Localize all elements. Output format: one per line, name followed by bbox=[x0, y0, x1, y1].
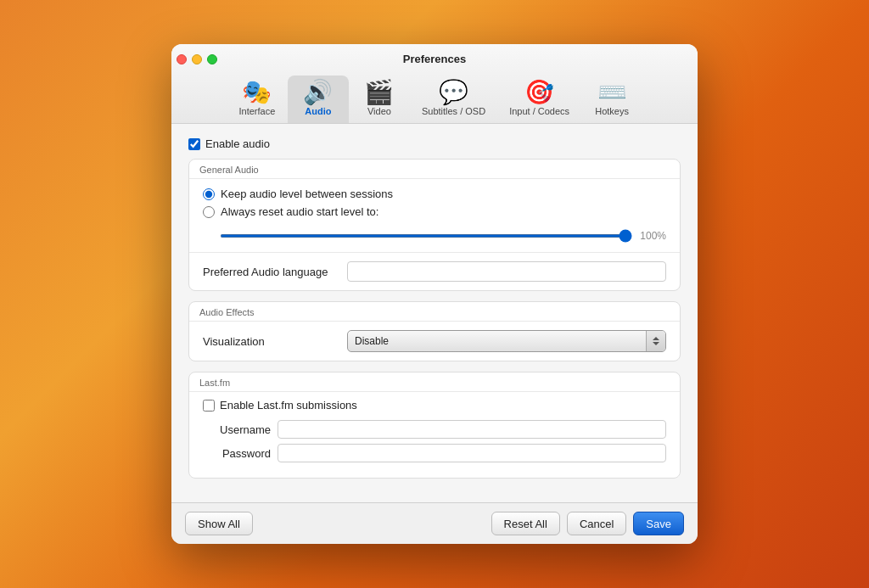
tab-input-label: Input / Codecs bbox=[509, 106, 569, 116]
tab-interface-label: Interface bbox=[239, 106, 276, 116]
keep-audio-label: Keep audio level between sessions bbox=[221, 188, 393, 200]
lastfm-enable-checkbox[interactable] bbox=[203, 400, 215, 412]
always-reset-label: Always reset audio start level to: bbox=[221, 205, 378, 218]
visualization-value: Disable bbox=[348, 335, 646, 347]
language-input[interactable] bbox=[347, 261, 666, 282]
password-input[interactable] bbox=[278, 444, 666, 462]
cancel-button[interactable]: Cancel bbox=[567, 512, 626, 535]
password-row: Password bbox=[203, 444, 666, 462]
video-icon: 🎬 bbox=[364, 81, 394, 104]
maximize-button[interactable] bbox=[207, 54, 217, 64]
lastfm-panel: Last.fm Enable Last.fm submissions Usern… bbox=[188, 372, 681, 479]
lastfm-enable-label: Enable Last.fm submissions bbox=[220, 399, 357, 412]
audio-level-slider[interactable] bbox=[220, 234, 632, 238]
slider-value: 100% bbox=[639, 230, 666, 242]
password-label: Password bbox=[203, 447, 271, 460]
titlebar: Preferences 🎭 Interface 🔊 Audio 🎬 Video … bbox=[171, 44, 698, 124]
main-content: Enable audio General Audio Keep audio le… bbox=[171, 124, 698, 502]
username-row: Username bbox=[203, 420, 666, 439]
arrow-down-icon bbox=[653, 342, 659, 345]
language-row: Preferred Audio language bbox=[189, 253, 680, 290]
visualization-label: Visualization bbox=[203, 335, 339, 348]
lastfm-header: Last.fm bbox=[189, 372, 680, 391]
visualization-select[interactable]: Disable bbox=[347, 330, 666, 352]
minimize-button[interactable] bbox=[192, 54, 202, 64]
general-audio-panel: General Audio Keep audio level between s… bbox=[188, 159, 681, 291]
preferences-window: Preferences 🎭 Interface 🔊 Audio 🎬 Video … bbox=[171, 44, 698, 544]
enable-audio-checkbox[interactable] bbox=[188, 138, 200, 150]
window-title: Preferences bbox=[182, 53, 687, 65]
tab-subtitles-label: Subtitles / OSD bbox=[422, 106, 485, 116]
audio-slider-row: 100% bbox=[189, 227, 680, 252]
audio-radio-group: Keep audio level between sessions Always… bbox=[189, 179, 680, 227]
lastfm-enable-row: Enable Last.fm submissions bbox=[203, 399, 666, 412]
close-button[interactable] bbox=[177, 54, 187, 64]
tab-audio[interactable]: 🔊 Audio bbox=[288, 76, 349, 123]
hotkeys-icon: ⌨️ bbox=[597, 81, 627, 104]
tab-hotkeys-label: Hotkeys bbox=[595, 106, 629, 116]
tab-video-label: Video bbox=[367, 106, 391, 116]
select-arrows-btn[interactable] bbox=[647, 331, 665, 351]
tab-input[interactable]: 🎯 Input / Codecs bbox=[497, 76, 581, 123]
reset-all-button[interactable]: Reset All bbox=[491, 512, 560, 535]
input-icon: 🎯 bbox=[524, 81, 554, 104]
tab-interface[interactable]: 🎭 Interface bbox=[227, 76, 288, 123]
enable-audio-label: Enable audio bbox=[205, 137, 270, 150]
right-buttons: Reset All Cancel Save bbox=[491, 512, 684, 535]
bottom-bar: Show All Reset All Cancel Save bbox=[171, 502, 698, 544]
language-label: Preferred Audio language bbox=[203, 266, 339, 278]
always-reset-radio[interactable] bbox=[203, 206, 215, 218]
visualization-row: Visualization Disable bbox=[189, 322, 680, 361]
always-reset-row: Always reset audio start level to: bbox=[203, 205, 666, 218]
keep-audio-row: Keep audio level between sessions bbox=[203, 188, 666, 200]
keep-audio-radio[interactable] bbox=[203, 188, 215, 200]
toolbar: 🎭 Interface 🔊 Audio 🎬 Video 💬 Subtitles … bbox=[227, 72, 642, 123]
username-label: Username bbox=[203, 423, 271, 436]
save-button[interactable]: Save bbox=[633, 512, 684, 535]
tab-hotkeys[interactable]: ⌨️ Hotkeys bbox=[581, 76, 642, 123]
audio-icon: 🔊 bbox=[303, 81, 333, 104]
interface-icon: 🎭 bbox=[242, 81, 272, 104]
audio-effects-panel: Audio Effects Visualization Disable bbox=[188, 301, 681, 361]
subtitles-icon: 💬 bbox=[439, 81, 468, 104]
lastfm-content: Enable Last.fm submissions Username Pass… bbox=[189, 392, 680, 478]
arrow-up-icon bbox=[653, 337, 659, 340]
tab-audio-label: Audio bbox=[305, 106, 331, 116]
username-input[interactable] bbox=[278, 420, 666, 439]
tab-subtitles[interactable]: 💬 Subtitles / OSD bbox=[410, 76, 497, 123]
general-audio-header: General Audio bbox=[189, 160, 680, 178]
titlebar-top: Preferences bbox=[182, 53, 687, 65]
tab-video[interactable]: 🎬 Video bbox=[349, 76, 410, 123]
traffic-lights bbox=[177, 54, 217, 64]
audio-effects-header: Audio Effects bbox=[189, 302, 680, 321]
show-all-button[interactable]: Show All bbox=[185, 512, 253, 535]
enable-audio-row: Enable audio bbox=[188, 137, 681, 150]
